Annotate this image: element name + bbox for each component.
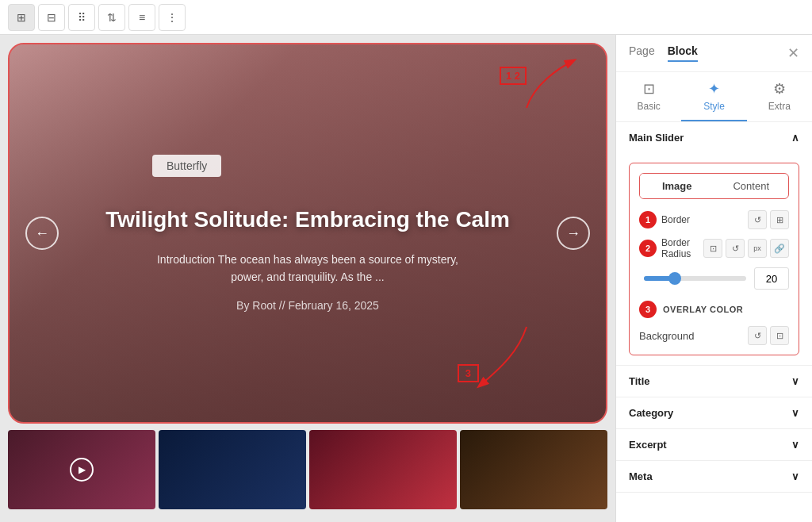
tab-image[interactable]: Image	[640, 174, 714, 198]
arrow-top-right-icon	[519, 52, 582, 116]
top-toolbar: ⊞ ⊟ ⠿ ⇅ ≡ ⋮	[0, 0, 812, 35]
border-actions: ↺ ⊞	[748, 210, 789, 229]
border-radius-icon-button[interactable]: ⊡	[703, 239, 722, 258]
border-radius-slider-row	[639, 267, 789, 290]
overlay-color-label: OVERLAY COLOR	[663, 305, 743, 314]
border-radius-input[interactable]	[754, 267, 789, 290]
border-reset-button[interactable]: ↺	[748, 210, 767, 229]
thumbnail-2[interactable]	[159, 430, 306, 509]
main-slider-chevron: ∧	[791, 132, 799, 144]
align-button[interactable]: ≡	[128, 4, 155, 31]
excerpt-chevron	[791, 439, 799, 451]
main-slider-box: Image Content 1 Border ↺ ⊞	[629, 163, 799, 355]
right-panel: Page Block ✕ ⊡ Basic ✦ Style ⚙ Extra Mai…	[615, 35, 812, 522]
image-content-tabs: Image Content	[639, 173, 789, 199]
border-row: 1 Border ↺ ⊞	[639, 210, 789, 229]
border-badge: 1	[639, 211, 657, 228]
annotation-box-3: 3	[458, 364, 479, 382]
annotation-1-label: 1	[506, 70, 511, 82]
background-label: Background	[639, 330, 694, 342]
dots-button[interactable]: ⠿	[68, 4, 95, 31]
tab-extra[interactable]: ⚙ Extra	[747, 72, 812, 121]
border-radius-badge: 2	[639, 240, 657, 257]
basic-icon: ⊡	[643, 80, 655, 98]
panel-header: Page Block ✕	[616, 35, 812, 72]
background-reset-button[interactable]: ↺	[748, 326, 767, 345]
border-radius-slider[interactable]	[644, 276, 746, 281]
annotation-2-label: 2	[515, 70, 520, 82]
border-expand-button[interactable]: ⊞	[770, 210, 789, 229]
overlay-color-header: 3 OVERLAY COLOR	[639, 301, 789, 318]
tab-style[interactable]: ✦ Style	[681, 72, 746, 121]
tab-page[interactable]: Page	[629, 44, 655, 62]
title-label: Title	[629, 375, 650, 387]
main-slider-header[interactable]: Main Slider ∧	[616, 122, 812, 153]
meta-header[interactable]: Meta	[616, 461, 812, 492]
background-expand-button[interactable]: ⊡	[770, 326, 789, 345]
slider-category: Butterfly	[152, 155, 221, 177]
canvas-area: 1 2 Butterfly Twilight Solitude: Embraci…	[0, 35, 615, 522]
style-icon: ✦	[708, 80, 720, 98]
style-tabs-row: ⊡ Basic ✦ Style ⚙ Extra	[616, 72, 812, 122]
border-radius-reset-button[interactable]: ↺	[726, 239, 745, 258]
border-radius-link-button[interactable]: 🔗	[770, 239, 789, 258]
close-button[interactable]: ✕	[787, 46, 799, 60]
category-header[interactable]: Category	[616, 397, 812, 428]
annotation-3-area: 3	[458, 364, 479, 382]
slider-block: 1 2 Butterfly Twilight Solitude: Embraci…	[8, 43, 607, 424]
annotation-12-area: 1 2	[500, 67, 527, 85]
category-label: Category	[629, 407, 673, 419]
slider-excerpt: Introduction The ocean has always been a…	[141, 251, 474, 286]
grid-view-button[interactable]: ⊞	[8, 4, 35, 31]
overlay-badge: 3	[639, 301, 657, 318]
title-header[interactable]: Title	[616, 366, 812, 397]
main-slider-body: Image Content 1 Border ↺ ⊞	[616, 153, 812, 365]
excerpt-label: Excerpt	[629, 439, 667, 451]
excerpt-section: Excerpt	[616, 429, 812, 461]
background-row: Background ↺ ⊡	[639, 326, 789, 345]
border-radius-actions: ⊡ ↺ px 🔗	[703, 239, 789, 258]
play-icon-1: ▶	[70, 458, 94, 482]
main-layout: 1 2 Butterfly Twilight Solitude: Embraci…	[0, 35, 812, 522]
meta-chevron	[791, 470, 799, 482]
tab-basic[interactable]: ⊡ Basic	[616, 72, 681, 121]
slider-meta: By Root // February 16, 2025	[236, 299, 379, 312]
annotation-3-label: 3	[465, 367, 471, 379]
excerpt-header[interactable]: Excerpt	[616, 429, 812, 460]
annotation-box-12: 1 2	[500, 67, 527, 85]
border-radius-label: Border Radius	[661, 237, 699, 259]
thumbnail-1[interactable]: ▶	[8, 430, 155, 509]
tab-block[interactable]: Block	[668, 44, 698, 62]
tab-style-label: Style	[703, 101, 725, 112]
arrow-bottom-icon	[463, 319, 558, 398]
thumbnail-4[interactable]	[460, 430, 607, 509]
title-chevron	[791, 375, 799, 387]
updown-button[interactable]: ⇅	[98, 4, 125, 31]
panel-tab-group: Page Block	[629, 44, 698, 62]
title-section: Title	[616, 366, 812, 397]
tab-extra-label: Extra	[768, 101, 791, 112]
category-chevron	[791, 407, 799, 419]
background-actions: ↺ ⊡	[748, 326, 789, 345]
thumbnail-3[interactable]	[309, 430, 457, 509]
tab-basic-label: Basic	[637, 101, 660, 112]
slider-prev-button[interactable]: ←	[25, 217, 59, 250]
extra-icon: ⚙	[773, 80, 786, 98]
tab-content[interactable]: Content	[714, 174, 789, 198]
slider-next-button[interactable]: →	[557, 217, 590, 250]
more-button[interactable]: ⋮	[159, 4, 186, 31]
thumbnails-strip: ▶	[8, 430, 607, 509]
border-radius-unit-button[interactable]: px	[748, 239, 767, 258]
overlay-color-section: 3 OVERLAY COLOR Background ↺ ⊡	[639, 301, 789, 345]
category-section: Category	[616, 397, 812, 429]
slider-thumb[interactable]	[668, 272, 681, 285]
meta-section: Meta	[616, 461, 812, 493]
border-label: Border	[661, 214, 743, 225]
slider-title: Twilight Solitude: Embracing the Calm	[105, 205, 510, 234]
main-slider-section: Main Slider ∧ Image Content 1 Borde	[616, 122, 812, 366]
meta-label: Meta	[629, 470, 653, 482]
main-slider-label: Main Slider	[629, 132, 684, 144]
border-radius-row: 2 Border Radius ⊡ ↺ px 🔗	[639, 237, 789, 259]
block-view-button[interactable]: ⊟	[38, 4, 65, 31]
